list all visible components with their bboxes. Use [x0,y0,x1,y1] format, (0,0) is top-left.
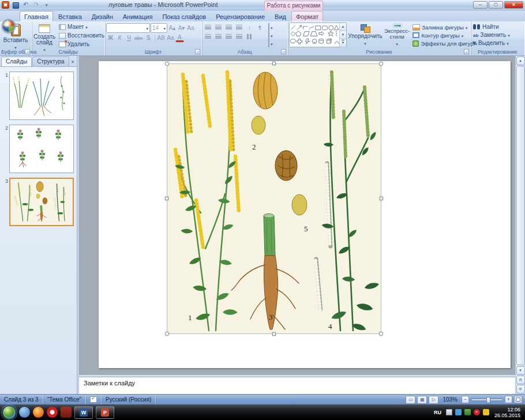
bullets-button[interactable] [203,23,213,32]
zoom-slider[interactable] [471,399,503,401]
tab-view[interactable]: Вид [270,11,291,21]
character-spacing-button[interactable]: АВ [157,33,166,42]
close-panel-icon[interactable]: × [70,58,76,66]
resize-handle-e[interactable] [380,197,383,200]
quicklaunch-browser-icon[interactable] [19,407,30,418]
decrease-indent-button[interactable] [224,23,234,32]
grow-font-button[interactable]: А▴ [168,24,177,32]
start-button[interactable] [2,406,16,419]
text-direction-button[interactable] [255,23,265,32]
slideshow-view-button[interactable] [429,396,438,404]
clear-formatting-button[interactable]: Аа [186,24,195,32]
resize-handle-s[interactable] [272,332,276,336]
zoom-out-button[interactable] [462,396,469,403]
fit-to-window-button[interactable] [514,396,522,403]
redo-icon[interactable] [32,1,40,9]
tab-home[interactable]: Главная [20,11,53,21]
convert-smartart-button[interactable] [267,31,274,39]
scroll-up-icon[interactable] [516,57,525,65]
slide-thumbnail-3[interactable]: 3 [0,178,77,226]
vertical-scrollbar[interactable] [515,56,525,394]
quicklaunch-opera-icon[interactable] [47,407,58,418]
strikethrough-button[interactable]: abc [134,33,144,42]
paragraph-dialog-launcher[interactable] [281,49,286,54]
close-button[interactable] [504,1,523,9]
shapes-scroll-down-icon[interactable] [340,31,346,39]
paragraph-more-button[interactable] [267,39,274,47]
tray-security-icon[interactable] [464,409,471,415]
shrink-font-button[interactable]: А▾ [177,24,186,32]
text-shadow-button[interactable]: S [144,33,153,42]
tab-insert[interactable]: Вставка [54,11,87,21]
shape-effects-button[interactable]: Эффекты для фигур [411,39,478,47]
tray-update-icon[interactable] [483,409,489,415]
taskbar-clock[interactable]: 12:06 26.05.2015 [492,407,523,418]
align-left-button[interactable] [203,32,213,41]
align-text-button[interactable] [267,23,274,31]
zoom-slider-thumb[interactable] [486,397,490,403]
zoom-in-button[interactable] [505,396,512,403]
slide-canvas[interactable]: 1 2 3 4 5 [99,61,511,368]
next-slide-button[interactable] [516,385,525,393]
previous-slide-button[interactable] [516,376,525,384]
tray-antivirus-icon[interactable] [474,409,480,415]
language-indicator[interactable]: Русский (Россия) [102,395,156,404]
numbering-button[interactable] [213,23,223,32]
increase-indent-button[interactable] [234,23,244,32]
tab-slideshow[interactable]: Показ слайдов [158,11,211,21]
replace-button[interactable]: Заменить [472,31,523,39]
font-name-combo[interactable] [106,23,150,33]
save-icon[interactable] [11,1,20,9]
taskbar-word-button[interactable] [74,406,93,419]
justify-button[interactable] [234,32,244,41]
tab-review[interactable]: Рецензирование [211,11,269,21]
notes-pane[interactable]: Заметки к слайду [79,377,515,394]
spellcheck-indicator[interactable] [86,395,102,404]
slide-picture[interactable]: 1 2 3 4 5 [167,64,381,333]
resize-handle-se[interactable] [379,332,383,336]
scroll-down-icon[interactable] [516,366,525,375]
shape-outline-button[interactable]: Контур фигуры [411,31,478,39]
find-button[interactable]: Найти [472,22,523,31]
italic-button[interactable]: К [115,33,124,42]
tray-display-icon[interactable] [446,409,452,415]
office-button[interactable] [2,19,16,33]
shape-fill-button[interactable]: Заливка фигуры [411,23,478,31]
align-right-button[interactable] [224,32,234,41]
bold-button[interactable]: Ж [106,33,115,42]
quick-styles-button[interactable]: Экспресс-стили [384,22,410,48]
drawing-dialog-launcher[interactable] [464,49,469,54]
resize-handle-w[interactable] [165,197,168,200]
zoom-level[interactable]: 103% [440,396,460,403]
shapes-gallery[interactable] [289,22,347,47]
shapes-scroll-up-icon[interactable] [340,23,346,31]
tray-language-indicator[interactable]: RU [432,409,443,416]
maximize-button[interactable] [489,1,503,9]
clipboard-dialog-launcher[interactable] [25,49,30,54]
resize-handle-sw[interactable] [165,332,169,336]
quicklaunch-app-icon[interactable] [61,407,72,418]
slide-editing-area[interactable]: 1 2 3 4 5 [79,56,515,374]
tab-animations[interactable]: Анимация [118,11,158,21]
undo-icon[interactable] [21,1,30,9]
taskbar-powerpoint-button[interactable] [96,406,114,419]
minimize-button[interactable] [473,1,487,9]
delete-slide-button[interactable]: Удалить [58,40,106,48]
tab-outline[interactable]: Структура [32,57,69,66]
font-size-combo[interactable]: 14 [151,23,167,33]
line-spacing-button[interactable] [245,23,254,32]
resize-handle-ne[interactable] [379,62,383,66]
quicklaunch-firefox-icon[interactable] [33,407,44,418]
shapes-more-icon[interactable] [340,39,346,47]
align-center-button[interactable] [213,32,223,41]
scrollbar-thumb[interactable] [516,66,525,365]
arrange-button[interactable]: Упорядочить [348,22,382,48]
font-dialog-launcher[interactable] [195,49,200,54]
tab-design[interactable]: Дизайн [87,11,118,21]
tray-network-icon[interactable] [455,409,462,415]
select-button[interactable]: Выделить [472,39,523,47]
resize-handle-nw[interactable] [165,62,169,66]
slide-sorter-view-button[interactable] [417,396,427,404]
slide-thumbnail-1[interactable]: 1 [0,72,77,120]
underline-button[interactable]: Ч [125,33,133,42]
